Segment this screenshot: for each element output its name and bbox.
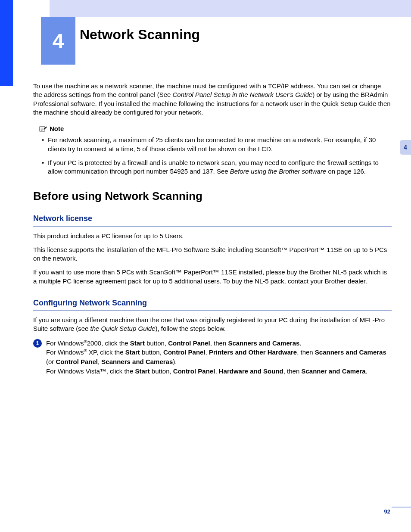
- chapter-side-tab[interactable]: 4: [400, 140, 411, 155]
- subsection-heading-config: Configuring Network Scanning: [33, 298, 392, 311]
- body-text: If you are using a different machine tha…: [33, 316, 392, 333]
- step-1: 1 For Windows®2000, click the Start butt…: [33, 339, 392, 376]
- body-text: This product includes a PC license for u…: [33, 232, 392, 240]
- left-accent-bar: [0, 0, 13, 86]
- pencil-note-icon: [39, 125, 48, 132]
- top-header-band: [50, 0, 411, 17]
- page-number: 92: [384, 508, 390, 515]
- note-block: Note For network scanning, a maximum of …: [39, 124, 386, 176]
- chapter-number-badge: 4: [41, 17, 75, 65]
- body-text: If you want to use more than 5 PCs with …: [33, 268, 392, 286]
- step-number-bullet: 1: [33, 339, 42, 348]
- note-rule: [68, 129, 386, 129]
- step-body: For Windows®2000, click the Start button…: [46, 339, 392, 376]
- intro-paragraph: To use the machine as a network scanner,…: [33, 82, 392, 117]
- subsection-heading-license: Network license: [33, 213, 392, 226]
- note-item: For network scanning, a maximum of 25 cl…: [42, 136, 386, 153]
- note-label: Note: [50, 124, 64, 133]
- body-text: This license supports the installation o…: [33, 246, 392, 263]
- page-footer-bar: [392, 507, 411, 508]
- note-item: If your PC is protected by a firewall an…: [42, 159, 386, 176]
- section-heading: Before using Network Scanning: [33, 189, 392, 204]
- chapter-title: Network Scanning: [80, 27, 200, 43]
